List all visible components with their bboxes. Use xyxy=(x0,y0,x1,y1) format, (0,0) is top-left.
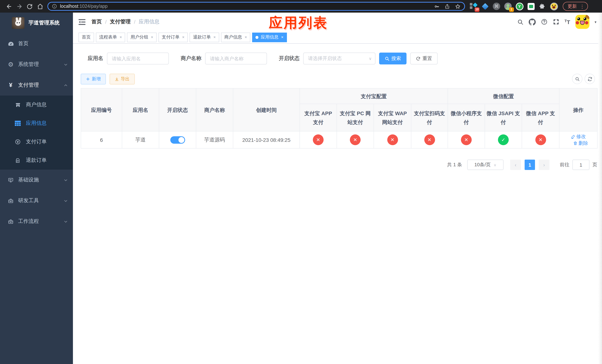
navbar-actions: TT ▾ xyxy=(517,15,596,29)
close-icon[interactable]: × xyxy=(281,35,283,39)
extension-chat-icon[interactable] xyxy=(527,2,535,10)
close-icon[interactable]: × xyxy=(182,35,184,39)
sidebar-item-merchant-info[interactable]: 商户信息 xyxy=(0,96,73,114)
sidebar-item-label: 研发工具 xyxy=(18,197,39,204)
sidebar-item-dev-tools[interactable]: 研发工具 xyxy=(0,190,73,211)
app-name-input[interactable] xyxy=(107,53,169,64)
table-tools xyxy=(572,74,595,84)
extension-y-icon[interactable]: Y xyxy=(515,2,524,10)
hide-search-button[interactable] xyxy=(572,74,582,84)
top-navbar: 首页 / 支付管理 / 应用信息 xyxy=(73,13,602,31)
extension-command-icon[interactable]: ⌘ xyxy=(492,2,501,10)
header-search-icon[interactable] xyxy=(517,19,523,25)
fullscreen-icon[interactable] xyxy=(553,19,559,25)
breadcrumb-payment[interactable]: 支付管理 xyxy=(110,19,131,25)
reset-button[interactable]: 重置 xyxy=(410,53,438,64)
sidebar-item-infra[interactable]: 基础设施 xyxy=(0,170,73,190)
cell-wechat-app xyxy=(522,131,559,148)
filter-form: 应用名 商户名称 开启状态 请选择开启状态 ∨ 搜索 重置 xyxy=(81,53,597,64)
close-icon[interactable]: × xyxy=(151,35,153,39)
sidebar-item-payment[interactable]: ¥ 支付管理 xyxy=(0,75,73,96)
col-created: 创建时间 xyxy=(233,88,300,131)
chevron-down-icon xyxy=(64,199,68,203)
sidebar-item-workflow[interactable]: 工作流程 xyxy=(0,211,73,232)
sidebar-item-app-info[interactable]: 应用信息 xyxy=(0,114,73,133)
tab-user-group[interactable]: 用户分组 × xyxy=(127,32,157,42)
close-icon[interactable]: × xyxy=(245,35,247,39)
sidebar-item-system[interactable]: ⚙ 系统管理 xyxy=(0,54,73,75)
sidebar-item-refund-orders[interactable]: 退款订单 xyxy=(0,151,73,170)
tab-home[interactable]: 首页 xyxy=(78,32,94,42)
reload-icon[interactable] xyxy=(24,1,35,11)
goto-suffix: 页 xyxy=(592,161,597,168)
back-icon[interactable] xyxy=(4,1,14,11)
bookmark-star-icon[interactable] xyxy=(455,3,461,9)
search-button[interactable]: 搜索 xyxy=(379,53,407,64)
user-avatar[interactable] xyxy=(575,15,589,29)
extension-grid-icon[interactable]: 10 xyxy=(469,2,478,10)
reset-button-label: 重置 xyxy=(422,55,432,62)
url-bar[interactable]: localhost:1024/pay/app xyxy=(47,2,465,11)
page-size-select[interactable]: 10条/页 ∨ xyxy=(467,160,504,170)
avatar-caret-icon[interactable]: ▾ xyxy=(595,20,596,24)
breadcrumb: 首页 / 支付管理 / 应用信息 xyxy=(91,19,160,25)
refresh-button[interactable] xyxy=(585,74,595,84)
breadcrumb-home[interactable]: 首页 xyxy=(91,19,102,25)
table-row: 6 芋道 芋道源码 2021-10-23 08:49:25 xyxy=(81,131,597,148)
sidebar-item-label: 商户信息 xyxy=(26,101,47,108)
tab-label: 商户信息 xyxy=(224,34,242,40)
delete-link[interactable]: 删除 xyxy=(573,140,588,146)
tab-pay-orders[interactable]: 支付订单 × xyxy=(159,32,188,42)
font-size-icon[interactable]: TT xyxy=(564,19,570,25)
page-1-button[interactable]: 1 xyxy=(525,160,535,170)
col-status: 开启状态 xyxy=(159,88,196,131)
browser-update-button[interactable]: 更新 ⋮ xyxy=(563,2,588,11)
status-select-placeholder: 请选择开启状态 xyxy=(308,55,342,62)
extension-profile-icon[interactable]: 1 xyxy=(504,2,512,10)
goto-page-input[interactable] xyxy=(572,160,589,170)
site-info-icon[interactable] xyxy=(52,4,57,9)
active-tab-dot xyxy=(256,36,258,39)
share-icon[interactable] xyxy=(445,3,450,9)
window-scrollbar[interactable] xyxy=(598,13,602,364)
col-alipay-pc: 支付宝 PC 网站支付 xyxy=(337,104,374,131)
status-toggle[interactable] xyxy=(170,136,185,143)
export-button[interactable]: 导出 xyxy=(110,74,135,85)
password-key-icon[interactable] xyxy=(434,3,440,9)
browser-toolbar: localhost:1024/pay/app 10 ⌘ xyxy=(0,0,602,13)
next-page-button[interactable]: › xyxy=(539,160,549,170)
status-fail-icon xyxy=(387,134,398,145)
github-icon[interactable] xyxy=(528,18,536,25)
tab-process-form[interactable]: 流程表单 × xyxy=(96,32,125,42)
sidebar-item-label: 支付管理 xyxy=(18,82,39,88)
close-icon[interactable]: × xyxy=(119,35,122,39)
extensions-puzzle-icon[interactable] xyxy=(538,2,547,10)
sidebar-item-home[interactable]: 首页 xyxy=(0,33,73,54)
close-icon[interactable]: × xyxy=(214,35,216,39)
status-select[interactable]: 请选择开启状态 ∨ xyxy=(303,53,376,64)
home-icon[interactable] xyxy=(35,1,45,11)
sidebar-item-pay-orders[interactable]: 支付订单 xyxy=(0,133,73,151)
tab-app-info-active[interactable]: 应用信息 × xyxy=(252,32,287,42)
tab-refund-orders[interactable]: 退款订单 × xyxy=(190,32,219,42)
tab-merchant-info[interactable]: 商户信息 × xyxy=(221,32,250,42)
edit-link[interactable]: 修改 xyxy=(571,133,586,140)
status-fail-icon xyxy=(313,134,323,145)
forward-icon[interactable] xyxy=(14,1,24,11)
prev-page-button[interactable]: ‹ xyxy=(510,160,521,170)
sidebar-collapse-icon[interactable] xyxy=(78,19,86,25)
screen: localhost:1024/pay/app 10 ⌘ xyxy=(0,0,602,364)
extension-kite-icon[interactable] xyxy=(481,2,489,10)
merchant-name-input[interactable] xyxy=(205,53,267,64)
browser-profile-avatar[interactable] xyxy=(550,2,558,10)
sidebar-item-label: 系统管理 xyxy=(18,61,39,68)
monitor-icon xyxy=(7,177,14,183)
help-icon[interactable] xyxy=(541,19,547,25)
sidebar-item-label: 退款订单 xyxy=(26,157,47,164)
chevron-down-icon xyxy=(64,62,68,66)
add-button[interactable]: 新增 xyxy=(81,74,106,85)
browser-menu-icon[interactable]: ⋮ xyxy=(578,3,586,9)
sidebar-logo[interactable]: 芋道管理系统 xyxy=(0,13,73,33)
col-app-id: 应用编号 xyxy=(81,88,122,131)
page-size-value: 10条/页 xyxy=(474,161,491,168)
